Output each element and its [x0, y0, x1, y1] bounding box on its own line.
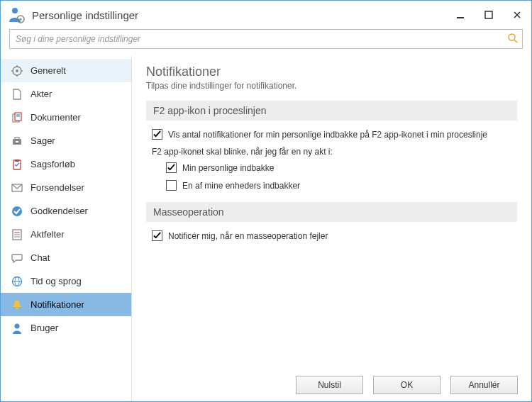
- option-unit-inbox[interactable]: En af mine enheders indbakker: [146, 180, 517, 191]
- sidebar-item-aktfelter[interactable]: Aktfelter: [1, 223, 131, 246]
- option-personal-inbox[interactable]: Min personlige indbakke: [146, 162, 517, 173]
- checkbox-icon: [166, 162, 177, 173]
- check-circle-icon: [11, 205, 23, 218]
- minimize-button[interactable]: [446, 1, 475, 29]
- svg-rect-3: [457, 17, 464, 18]
- sidebar-item-dokumenter[interactable]: Dokumenter: [1, 106, 131, 129]
- sidebar-item-label: Aktfelter: [31, 229, 65, 240]
- app-settings-icon: [8, 6, 25, 23]
- titlebar: Personlige indstillinger: [1, 1, 531, 29]
- search-container: [9, 29, 523, 49]
- checkbox-icon: [152, 230, 162, 241]
- svg-rect-4: [485, 11, 492, 18]
- sub-label-blink: F2 app-ikonet skal blinke, når jeg får e…: [146, 147, 517, 157]
- sidebar-item-label: Akter: [31, 89, 52, 99]
- checkbox-icon: [166, 180, 177, 191]
- maximize-button[interactable]: [475, 1, 503, 29]
- sidebar-item-forsendelser[interactable]: Forsendelser: [1, 176, 131, 199]
- bell-icon: [11, 298, 23, 311]
- search-input[interactable]: [9, 29, 523, 49]
- content-panel: Notifikationer Tilpas dine indstillinger…: [132, 56, 531, 402]
- gear-icon: [11, 65, 23, 77]
- documents-icon: [11, 111, 23, 124]
- section-header-appicon: F2 app-ikon i proceslinjen: [146, 101, 517, 121]
- sidebar-item-label: Generelt: [31, 65, 66, 76]
- sidebar-item-label: Sager: [31, 135, 55, 146]
- window-controls: [446, 1, 531, 29]
- close-button[interactable]: [503, 1, 531, 29]
- section-header-massop: Masseoperation: [146, 202, 517, 222]
- option-label: Vis antal notifikationer for min personl…: [168, 130, 487, 140]
- sidebar-item-label: Chat: [31, 252, 50, 263]
- footer-buttons: Nulstil OK Annullér: [135, 368, 531, 402]
- option-label: Notificér mig, når en masseoperation fej…: [168, 231, 328, 241]
- chat-icon: [11, 252, 23, 264]
- svg-rect-19: [16, 141, 18, 143]
- sidebar-item-label: Bruger: [31, 323, 58, 333]
- search-icon: [507, 33, 519, 44]
- option-show-count[interactable]: Vis antal notifikationer for min personl…: [146, 129, 517, 140]
- svg-point-23: [12, 206, 22, 216]
- svg-point-8: [16, 69, 18, 72]
- sidebar-item-chat[interactable]: Chat: [1, 246, 131, 269]
- sidebar-item-notifikationer[interactable]: Notifikationer: [1, 293, 131, 316]
- window-title: Personlige indstillinger: [32, 9, 446, 21]
- cancel-button[interactable]: Annullér: [450, 376, 518, 394]
- reset-button[interactable]: Nulstil: [296, 376, 363, 394]
- checkbox-icon: [152, 129, 162, 140]
- svg-point-32: [15, 323, 20, 328]
- sidebar-item-label: Dokumenter: [31, 112, 81, 123]
- briefcase-icon: [11, 135, 23, 147]
- form-icon: [11, 228, 23, 241]
- option-label: Min personlige indbakke: [182, 163, 274, 173]
- sidebar-item-tid-sprog[interactable]: Tid og sprog: [1, 269, 131, 293]
- svg-point-2: [20, 18, 22, 21]
- sidebar-item-label: Forsendelser: [31, 182, 84, 193]
- sidebar-item-label: Godkendelser: [31, 206, 88, 216]
- sidebar-item-label: Sagsforløb: [31, 159, 75, 169]
- envelope-icon: [11, 182, 23, 194]
- clipboard-icon: [11, 158, 23, 171]
- svg-point-0: [12, 8, 18, 13]
- sidebar-item-akter[interactable]: Akter: [1, 82, 131, 106]
- sidebar: Generelt Akter Dokumenter Sager Sagsforl…: [1, 56, 132, 402]
- sidebar-item-sagsforlob[interactable]: Sagsforløb: [1, 152, 131, 176]
- ok-button[interactable]: OK: [373, 376, 440, 394]
- document-icon: [11, 88, 23, 101]
- sidebar-item-godkendelser[interactable]: Godkendelser: [1, 199, 131, 223]
- page-title: Notifikationer: [146, 65, 517, 79]
- page-subtitle: Tilpas dine indstillinger for notifikati…: [146, 81, 517, 91]
- option-label: En af mine enheders indbakker: [182, 181, 300, 191]
- svg-rect-18: [15, 138, 19, 140]
- sidebar-item-sager[interactable]: Sager: [1, 129, 131, 152]
- sidebar-item-generelt[interactable]: Generelt: [1, 59, 131, 82]
- svg-point-31: [16, 307, 18, 309]
- svg-line-6: [514, 40, 517, 43]
- globe-icon: [11, 275, 23, 288]
- option-massop-fail[interactable]: Notificér mig, når en masseoperation fej…: [146, 230, 517, 241]
- sidebar-item-label: Notifikationer: [31, 299, 84, 310]
- svg-point-5: [509, 34, 515, 40]
- svg-rect-21: [15, 160, 19, 162]
- sidebar-item-bruger[interactable]: Bruger: [1, 316, 131, 340]
- sidebar-item-label: Tid og sprog: [31, 276, 82, 286]
- user-icon: [11, 322, 23, 335]
